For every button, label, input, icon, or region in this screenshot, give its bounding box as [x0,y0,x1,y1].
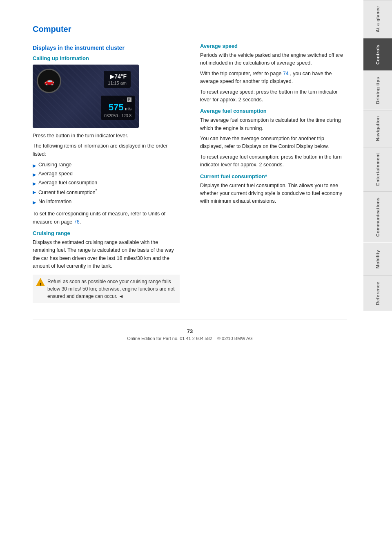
bullet-item-5: No information [38,197,71,206]
warning-end: ◄ [119,293,124,299]
section-heading-displays: Displays in the instrument cluster [33,45,180,51]
warning-text: Refuel as soon as possible once your cru… [47,279,175,299]
bullet-arrow-icon: ▶ [33,199,36,206]
bullet-arrow-icon: ▶ [33,171,36,179]
two-column-layout: Displays in the instrument cluster Calli… [33,39,347,307]
main-content: Computer Displays in the instrument clus… [0,0,363,555]
avg-speed-p2-pre: With the trip computer, refer to page [200,71,281,76]
current-fuel-heading: Current fuel consumption* [200,173,347,179]
following-text: The following items of information are d… [33,142,180,158]
right-column: Average speed Periods with the vehicle p… [196,39,347,307]
avg-fuel-p1: The average fuel consumption is calculat… [200,116,347,132]
avg-fuel-heading: Average fuel consumption [200,108,347,114]
sidebar-tab-label: Communications [375,197,380,237]
sidebar-tab-communications[interactable]: Communications [363,191,392,242]
instrument-inner: 🚗 ▶74°F 11:15 am → 🅿 575 [33,65,139,128]
gauge-left: 🚗 [37,69,61,93]
sidebar-tab-controls[interactable]: Controls [363,38,392,71]
bullet-arrow-icon: ▶ [33,188,36,196]
cluster-display: ▶74°F 11:15 am [104,71,131,88]
sidebar-tab-navigation[interactable]: Navigation [363,110,392,147]
left-column: Displays in the instrument cluster Calli… [33,39,184,307]
bullet-item-2: Average speed [38,170,73,178]
units-text: To set the corresponding units of measur… [33,210,180,226]
avg-fuel-p2: You can have the average consumption for… [200,135,347,151]
cluster-bottom-display: → 🅿 575 mls 032050 · 123.8 [101,96,135,120]
sidebar-tab-label: Reference [375,282,380,305]
list-item: ▶ Current fuel consumption* [33,187,180,197]
units-text-content: To set the corresponding units of measur… [33,211,165,224]
cluster-odometer: 032050 · 123.8 [104,114,131,118]
bullet-list: ▶ Cruising range ▶ Average speed ▶ Avera… [33,161,180,206]
sidebar-tab-reference[interactable]: Reference [363,275,392,311]
avg-speed-p3: To reset average speed: press the button… [200,88,347,104]
sidebar-tab-label: Navigation [375,116,380,141]
bullet-arrow-icon: ▶ [33,180,36,188]
avg-speed-page-link[interactable]: 74 [283,71,289,76]
sidebar-tab-driving-tips[interactable]: Driving tips [363,71,392,110]
cluster-time: 11:15 am [108,81,127,85]
cluster-temp: ▶74°F [108,73,127,80]
right-sidebar: At a glance Controls Driving tips Naviga… [363,0,392,555]
sidebar-tab-entertainment[interactable]: Entertainment [363,147,392,191]
warning-box: ! Refuel as soon as possible once your c… [33,275,180,303]
warning-exclamation: ! [40,281,41,288]
press-text: Press the button in the turn indicator l… [33,132,180,140]
list-item: ▶ No information [33,197,180,206]
units-page-link[interactable]: 76 [74,219,80,225]
sidebar-tab-label: Mobility [375,250,380,269]
page-container: Computer Displays in the instrument clus… [0,0,392,555]
instrument-cluster-image: 🚗 ▶74°F 11:15 am → 🅿 575 [33,65,139,128]
cluster-range-unit: mls [125,107,131,111]
list-item: ▶ Average fuel consumption [33,179,180,188]
cluster-arrow: → [121,97,125,102]
bullet-item-1: Cruising range [38,161,71,169]
sidebar-tab-label: Controls [375,45,380,65]
page-footer: 73 Online Edition for Part no. 01 41 2 6… [33,320,347,345]
current-fuel-p1: Displays the current fuel consumption. T… [200,182,347,206]
sidebar-tab-label: At a glance [375,6,380,32]
avg-speed-p2: With the trip computer, refer to page 74… [200,70,347,86]
gauge-icon: 🚗 [44,76,54,86]
cluster-arrow-icon: 🅿 [127,97,131,102]
bullet-item-3: Average fuel consumption [38,179,97,187]
bullet-item-4: Current fuel consumption* [38,187,97,197]
list-item: ▶ Average speed [33,170,180,179]
avg-speed-heading: Average speed [200,43,347,49]
footer-text: Online Edition for Part no. 01 41 2 604 … [127,336,253,341]
list-item: ▶ Cruising range [33,161,180,170]
avg-speed-p1: Periods with the vehicle parked and the … [200,51,347,67]
avg-fuel-p3: To reset average fuel consumption: press… [200,153,347,169]
sidebar-tab-at-a-glance[interactable]: At a glance [363,0,392,38]
page-title: Computer [33,25,347,34]
sidebar-tab-mobility[interactable]: Mobility [363,243,392,275]
sub-heading-calling: Calling up information [33,55,180,61]
page-number: 73 [33,328,347,334]
sidebar-tab-label: Entertainment [375,153,380,186]
bullet-arrow-icon: ▶ [33,162,36,170]
units-period: . [80,219,81,225]
cruising-range-text: Displays the estimated cruising range av… [33,239,180,271]
sidebar-tab-label: Driving tips [375,77,380,104]
cluster-range-value: 575 [109,102,124,113]
cruising-range-heading: Cruising range [33,230,180,236]
